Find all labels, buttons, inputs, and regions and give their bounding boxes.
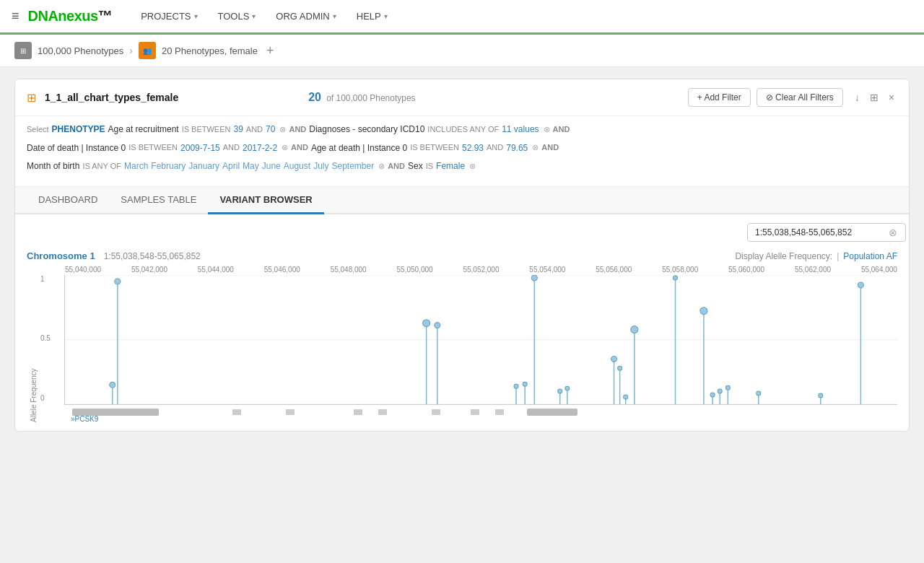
card-header-icon: ⊞ [27, 91, 36, 105]
svg-point-24 [618, 366, 622, 370]
freq-option-population[interactable]: Population AF [843, 251, 897, 261]
breadcrumb-label-female: 20 Phenotypes, female [162, 45, 258, 56]
svg-point-34 [710, 393, 715, 397]
browser-search-clear-button[interactable]: ⊗ [889, 227, 897, 238]
x-label-0: 55,040,000 [65, 266, 101, 274]
svg-point-26 [624, 395, 628, 399]
chrom-header: Chromosome 1 1:55,038,548-55,065,852 Dis… [27, 250, 897, 261]
filter-close-age-death[interactable]: ⊗ [532, 141, 539, 155]
chrom-range: 1:55,038,548-55,065,852 [104, 251, 201, 261]
clear-filter-button[interactable]: ⊘ Clear All Filters [757, 88, 843, 107]
breadcrumb-add-button[interactable]: + [266, 43, 274, 58]
svg-point-42 [819, 393, 823, 398]
svg-point-12 [514, 384, 518, 388]
x-label-7: 55,054,000 [529, 266, 565, 274]
filter-row-2: Date of death | Instance 0 IS BETWEEN 20… [27, 141, 897, 157]
filter-val-month-jul: July [313, 159, 328, 175]
x-label-6: 55,052,000 [463, 266, 499, 274]
svg-point-38 [725, 385, 730, 390]
filter-val-month-may: May [243, 159, 259, 175]
top-nav: ≡ DNAnexus™ PROJECTS ▾ TOOLS ▾ ORG ADMIN… [0, 0, 924, 35]
filter-val-age-min: 39 [233, 122, 243, 138]
filter-connector-1: AND [289, 123, 306, 137]
svg-point-16 [531, 275, 537, 281]
filter-field-death-date: Date of death | Instance 0 [27, 141, 126, 157]
nav-projects[interactable]: PROJECTS ▾ [132, 6, 206, 26]
nav-org-admin[interactable]: ORG ADMIN ▾ [267, 6, 344, 26]
nav-tools[interactable]: TOOLS ▾ [209, 6, 265, 26]
x-axis: 55,040,000 55,042,000 55,044,000 55,046,… [40, 266, 897, 274]
filter-actions: + Add Filter ⊘ Clear All Filters [688, 88, 843, 107]
filter-val-month-jun: June [262, 159, 281, 175]
svg-point-20 [565, 386, 570, 390]
grid-view-button[interactable]: ⊞ [867, 90, 881, 105]
filter-field-age: Age at recruitment [108, 122, 179, 138]
download-button[interactable]: ↓ [852, 90, 863, 105]
svg-point-10 [435, 322, 440, 328]
freq-display-label: Display Alelle Frequency: | Population A… [735, 251, 897, 261]
breadcrumb: ⊞ 100,000 Phenotypes › 👥 20 Phenotypes, … [0, 35, 924, 67]
filter-val-month-sep: September [331, 159, 374, 175]
y-axis-label: Allele Frequency [27, 266, 40, 422]
filter-row-1: Select PHENOTYPE Age at recruitment IS B… [27, 122, 897, 138]
svg-point-14 [523, 382, 527, 386]
chart-container: 1 0.5 0 [40, 275, 897, 405]
filter-connector-2b: AND [541, 141, 559, 155]
filter-and-age-death: AND [487, 141, 503, 155]
filter-val-month-aug: August [284, 159, 310, 175]
x-label-11: 55,062,000 [795, 266, 831, 274]
filter-val-sex: Female [436, 159, 465, 175]
breadcrumb-item-phenotypes[interactable]: ⊞ 100,000 Phenotypes [14, 42, 123, 59]
svg-point-18 [558, 389, 562, 393]
x-label-2: 55,044,000 [198, 266, 234, 274]
x-label-5: 55,050,000 [397, 266, 433, 274]
svg-point-6 [115, 279, 121, 284]
filter-close-age[interactable]: ⊗ [279, 123, 286, 137]
hamburger-menu[interactable]: ≡ [12, 9, 19, 24]
filter-field-icd10: Diagnoses - secondary ICD10 [309, 122, 424, 138]
browser-search-row: ⊗ [27, 223, 897, 242]
filter-close-month[interactable]: ⊗ [378, 160, 385, 174]
x-label-3: 55,046,000 [264, 266, 300, 274]
x-label-1: 55,042,000 [131, 266, 167, 274]
filter-field-age-death: Age at death | Instance 0 [311, 141, 407, 157]
breadcrumb-label-phenotypes: 100,000 Phenotypes [38, 45, 123, 56]
tab-samples-table[interactable]: SAMPLES TABLE [109, 187, 208, 214]
svg-point-32 [700, 307, 707, 315]
x-label-12: 55,064,000 [861, 266, 897, 274]
chrom-title: Chromosome 1 [27, 250, 95, 261]
filter-close-icd10[interactable]: ⊗ [544, 123, 550, 137]
breadcrumb-icon-group: 👥 [139, 42, 156, 59]
app-logo: DNAnexus™ [28, 8, 113, 25]
close-button[interactable]: × [886, 90, 897, 105]
main-content: ⊞ 1_1_all_chart_types_female 20 of 100,0… [0, 67, 924, 443]
x-label-4: 55,048,000 [331, 266, 367, 274]
filter-and-age: AND [246, 123, 263, 137]
filter-val-icd10: 11 values [502, 122, 539, 138]
svg-point-40 [757, 391, 761, 396]
filter-val-death-date-max: 2017-2-2 [243, 141, 277, 157]
filter-close-sex[interactable]: ⊗ [469, 160, 476, 174]
filter-connector-2: AND [291, 141, 308, 155]
breadcrumb-chevron: › [129, 45, 133, 56]
svg-point-28 [631, 326, 638, 333]
tab-variant-browser[interactable]: VARIANT BROWSER [208, 187, 323, 214]
filter-row-3: Month of birth IS ANY OF March February … [27, 159, 897, 175]
nav-help[interactable]: HELP ▾ [348, 6, 396, 26]
filter-close-death-date[interactable]: ⊗ [282, 141, 288, 155]
breadcrumb-item-female[interactable]: 👥 20 Phenotypes, female [139, 42, 258, 59]
card-count-value: 20 [308, 91, 321, 103]
filter-val-death-date-min: 2009-7-15 [180, 141, 220, 157]
tabs: DASHBOARD SAMPLES TABLE VARIANT BROWSER [15, 187, 909, 214]
filter-connector-1b: AND [553, 123, 570, 137]
gene-track: »PCSK9 [65, 406, 897, 422]
card-count: 20 of 100,000 Phenotypes [308, 91, 415, 104]
y-tick-05: 0.5 [40, 334, 64, 342]
tab-dashboard[interactable]: DASHBOARD [27, 187, 109, 214]
add-filter-button[interactable]: + Add Filter [688, 88, 751, 107]
filter-val-month-jan: January [188, 159, 219, 175]
browser-search-input[interactable] [747, 223, 906, 242]
filter-val-month-apr: April [222, 159, 240, 175]
filter-select-label: Select [27, 123, 49, 137]
filter-op-death-date: IS BETWEEN [128, 141, 178, 155]
